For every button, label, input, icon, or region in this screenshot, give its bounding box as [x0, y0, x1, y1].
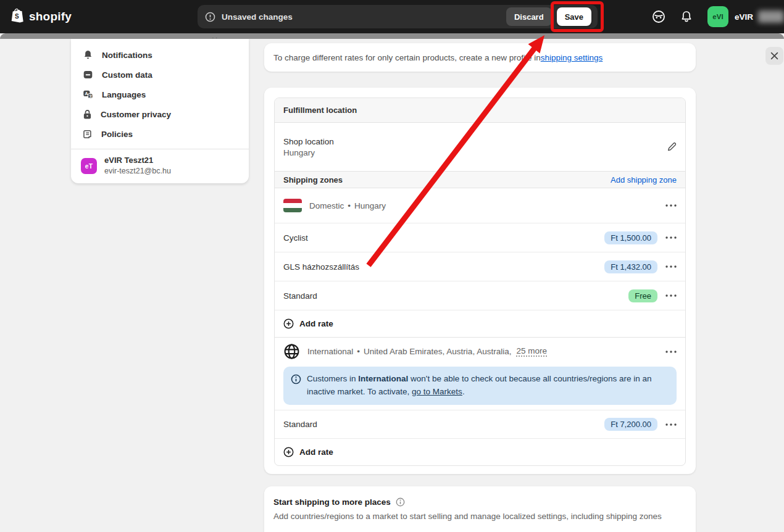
content-scroll-band — [0, 33, 784, 39]
shopify-admin-screen: S shopify Unsaved changes Discard Save — [0, 0, 784, 532]
top-bar: S shopify Unsaved changes Discard Save — [0, 0, 784, 33]
rate-price-badge: Ft 1,432.00 — [604, 260, 657, 273]
international-zone-row: International • United Arab Emirates, Au… — [275, 337, 685, 365]
shopify-bag-icon: S — [10, 8, 25, 25]
ellipsis-icon — [665, 236, 677, 239]
shopify-wordmark: shopify — [29, 10, 72, 23]
more-places-title: Start shipping to more places — [273, 497, 391, 507]
unsaved-changes-label: Unsaved changes — [222, 12, 293, 22]
go-to-markets-link[interactable]: go to Markets — [412, 387, 462, 396]
rate-name: Cyclist — [283, 233, 308, 243]
rate-name: Standard — [283, 420, 317, 429]
account-avatar: eT — [81, 158, 97, 174]
shop-location-row: Shop location Hungary — [275, 123, 685, 171]
account-item[interactable]: eT eVIR Teszt21 evir-teszt21@bc.hu — [71, 149, 249, 176]
sidebar-item-notifications[interactable]: Notifications — [71, 45, 249, 65]
banner-text: Customers in International won't be able… — [307, 373, 669, 399]
info-circle-icon[interactable] — [396, 497, 405, 507]
partial-item-remnant: ·· — [212, 34, 219, 38]
rate-name: GLS házhozszállítás — [283, 262, 359, 272]
account-name: eVIR Teszt21 — [104, 156, 171, 166]
rate-price-badge: Ft 7,200.00 — [604, 418, 657, 431]
bell-icon — [83, 49, 93, 60]
top-bar-right: eVI eVIR — [652, 0, 784, 33]
rate-row-standard-domestic: Standard Free — [275, 281, 685, 310]
translate-icon: A 文 — [83, 89, 93, 99]
fulfillment-location-card: Fulfillment location Shop location Hunga… — [264, 88, 696, 474]
save-button[interactable]: Save — [557, 7, 591, 26]
plus-circle-icon — [283, 447, 294, 457]
add-shipping-zone-link[interactable]: Add shipping zone — [611, 175, 677, 185]
store-name[interactable]: eVIR — [735, 12, 753, 22]
domestic-zone-menu-button[interactable] — [665, 204, 677, 207]
shop-location-value: Hungary — [283, 148, 334, 157]
alert-circle-icon — [205, 12, 215, 22]
pencil-icon — [667, 142, 677, 152]
ellipsis-icon — [665, 204, 677, 207]
svg-text:S: S — [15, 13, 19, 20]
info-circle-icon — [291, 374, 301, 384]
more-places-description: Add countries/regions to a market to sta… — [273, 512, 686, 521]
unsaved-changes-bar: Unsaved changes Discard Save — [198, 5, 598, 28]
close-icon — [770, 52, 778, 60]
edit-shop-location-button[interactable] — [667, 142, 677, 152]
sidebar-item-label: Notifications — [102, 51, 152, 60]
sidebar-item-customer-privacy[interactable]: Customer privacy — [71, 104, 249, 124]
redacted-store-name — [758, 10, 784, 23]
settings-sidebar: ·· Notifications Custom data A 文 Languag… — [71, 39, 249, 183]
add-rate-button-international[interactable]: Add rate — [275, 438, 685, 465]
add-rate-label: Add rate — [299, 319, 333, 328]
sidebar-item-label: Custom data — [102, 70, 152, 80]
more-countries-link[interactable]: 25 more — [516, 346, 547, 357]
zone-name: Domestic — [309, 201, 344, 210]
rate-price-badge: Ft 1,500.00 — [604, 231, 657, 244]
rate-row-gls: GLS házhozszállítás Ft 1,432.00 — [275, 252, 685, 281]
fulfillment-location-header: Fulfillment location — [275, 98, 685, 123]
shipping-table: Fulfillment location Shop location Hunga… — [274, 98, 686, 466]
rate-menu-button[interactable] — [665, 294, 677, 297]
inactive-market-banner-wrap: Customers in International won't be able… — [275, 365, 685, 410]
domestic-zone-row: Domestic • Hungary — [275, 188, 685, 223]
shop-location-label: Shop location — [283, 137, 334, 146]
ellipsis-icon — [665, 351, 677, 353]
shipping-settings-link[interactable]: shipping settings — [541, 53, 603, 62]
zone-name: International — [307, 347, 353, 356]
more-places-card: Start shipping to more places Add countr… — [264, 486, 696, 532]
rate-menu-button[interactable] — [665, 236, 677, 239]
plus-circle-icon — [283, 318, 294, 329]
svg-text:A: A — [85, 91, 88, 96]
international-zone-menu-button[interactable] — [665, 351, 677, 353]
svg-text:文: 文 — [88, 94, 93, 98]
profile-note-text: To charge different rates for only certa… — [273, 53, 541, 62]
discard-button[interactable]: Discard — [506, 7, 552, 26]
custom-data-icon — [83, 70, 93, 80]
shipping-zones-header: Shipping zones Add shipping zone — [275, 171, 685, 188]
ellipsis-icon — [665, 423, 677, 426]
sidebar-item-label: Policies — [101, 130, 133, 139]
ellipsis-icon — [665, 294, 677, 297]
lock-icon — [83, 109, 92, 120]
sidebar-item-languages[interactable]: A 文 Languages — [71, 85, 249, 104]
rate-row-cyclist: Cyclist Ft 1,500.00 — [275, 223, 685, 252]
rate-menu-button[interactable] — [665, 265, 677, 268]
add-rate-label: Add rate — [299, 447, 333, 457]
zone-regions: United Arab Emirates, Austria, Australia… — [364, 347, 511, 356]
rate-row-standard-international: Standard Ft 7,200.00 — [275, 410, 685, 438]
shopify-logo[interactable]: S shopify — [10, 8, 72, 25]
policies-icon — [83, 129, 93, 139]
notifications-bell-icon[interactable] — [680, 10, 693, 23]
ellipsis-icon — [665, 265, 677, 268]
rate-menu-button[interactable] — [665, 423, 677, 426]
add-rate-button-domestic[interactable]: Add rate — [275, 310, 685, 337]
sidekick-icon[interactable] — [652, 10, 665, 23]
inactive-market-banner: Customers in International won't be able… — [283, 367, 677, 405]
globe-icon — [283, 343, 300, 360]
user-avatar[interactable]: eVI — [707, 6, 728, 27]
close-button[interactable] — [765, 47, 783, 65]
hungary-flag-icon — [283, 199, 302, 212]
sidebar-item-label: Languages — [102, 90, 146, 99]
sidebar-item-policies[interactable]: Policies — [71, 124, 249, 144]
sidebar-item-label: Customer privacy — [101, 110, 171, 119]
zone-regions: Hungary — [354, 201, 386, 210]
sidebar-item-custom-data[interactable]: Custom data — [71, 65, 249, 85]
